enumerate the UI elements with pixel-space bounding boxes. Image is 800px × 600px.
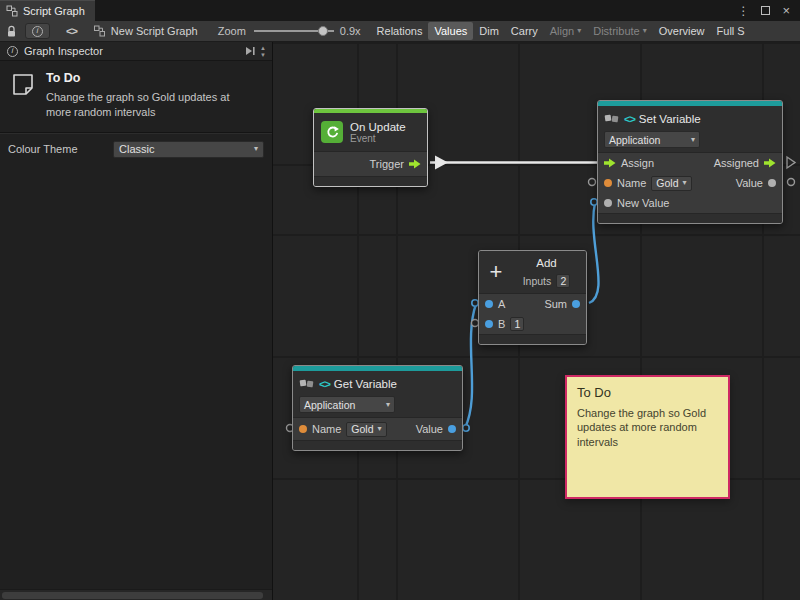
port-name-label: Name xyxy=(312,423,341,435)
variable-name-value: Gold xyxy=(351,423,373,435)
flow-connection-arrow xyxy=(435,156,448,170)
node-set-variable[interactable]: <> Set Variable Application ▾ Assign Ass… xyxy=(597,100,783,224)
port-set-value-edge[interactable] xyxy=(788,179,795,186)
graph-toolbar: i <> New Script Graph Zoom 0.9x Relation… xyxy=(0,21,800,42)
tab-title: Script Graph xyxy=(23,5,85,17)
node-get-variable[interactable]: <> Get Variable Application ▾ Name Gold … xyxy=(292,365,463,451)
dock-panel-icon[interactable] xyxy=(244,45,256,57)
graph-asset-icon xyxy=(93,25,106,37)
tab-script-graph[interactable]: Script Graph xyxy=(0,0,95,21)
inspector-toggle-button[interactable]: i xyxy=(25,23,50,39)
port-assigned-label: Assigned xyxy=(714,157,759,169)
distribute-button[interactable]: Distribute ▾ xyxy=(587,22,652,40)
graph-name[interactable]: New Script Graph xyxy=(93,25,198,37)
todo-title: To Do xyxy=(46,71,251,85)
close-icon[interactable]: × xyxy=(782,3,790,18)
zoom-slider[interactable] xyxy=(254,24,334,38)
graph-inspector-panel: i Graph Inspector ▲ ▼ To Do Change th xyxy=(0,42,273,600)
relations-button[interactable]: Relations xyxy=(371,22,429,40)
values-button[interactable]: Values xyxy=(428,22,473,40)
colour-theme-row: Colour Theme Classic ▾ xyxy=(0,133,272,166)
overview-button[interactable]: Overview xyxy=(653,22,711,40)
colour-theme-label: Colour Theme xyxy=(8,143,113,155)
sticky-note-title: To Do xyxy=(577,385,718,400)
colour-theme-dropdown[interactable]: Classic ▾ xyxy=(113,141,264,158)
variable-scope-dropdown[interactable]: Application ▾ xyxy=(604,131,700,148)
chevron-down-icon: ▾ xyxy=(254,145,258,153)
port-name-input[interactable] xyxy=(604,179,612,187)
node-title: Add xyxy=(536,255,556,271)
todo-text: Change the graph so Gold updates at more… xyxy=(46,90,251,120)
flow-in-icon[interactable] xyxy=(604,158,616,168)
port-get-value-edge[interactable] xyxy=(463,425,469,431)
inputs-count-field[interactable]: 2 xyxy=(556,274,570,288)
inspector-title: Graph Inspector xyxy=(24,45,103,57)
code-icon: <> xyxy=(319,378,330,390)
value-connection-gold-to-a[interactable] xyxy=(465,304,476,428)
port-sum-output[interactable] xyxy=(572,300,580,308)
flow-out-icon[interactable] xyxy=(409,159,421,169)
port-trigger-label: Trigger xyxy=(370,158,404,170)
chevron-down-icon: ▾ xyxy=(577,27,581,35)
node-title: On Update xyxy=(350,121,406,133)
dim-button[interactable]: Dim xyxy=(473,22,505,40)
zoom-slider-handle[interactable] xyxy=(318,26,328,36)
window-menu-icon[interactable]: ⋮ xyxy=(737,4,749,18)
sticky-note-text: Change the graph so Gold updates at more… xyxy=(577,406,718,449)
node-add[interactable]: + Add Inputs 2 A Sum xyxy=(478,250,587,345)
port-b-input[interactable] xyxy=(485,320,493,328)
node-title: Get Variable xyxy=(334,378,397,390)
colour-theme-value: Classic xyxy=(119,143,154,155)
scrollbar-thumb[interactable] xyxy=(2,592,263,599)
port-name-input[interactable] xyxy=(299,425,307,433)
port-value-output[interactable] xyxy=(768,179,776,187)
port-sum-label: Sum xyxy=(544,298,567,310)
chevron-down-icon: ▾ xyxy=(643,27,647,35)
maximize-icon[interactable] xyxy=(761,6,770,15)
node-footer xyxy=(598,213,782,223)
gold-variable-dropdown[interactable]: Gold ▾ xyxy=(346,422,386,437)
distribute-label: Distribute xyxy=(593,25,639,37)
port-set-name-edge[interactable] xyxy=(589,179,596,186)
graph-name-label: New Script Graph xyxy=(111,25,198,37)
sticky-note[interactable]: To Do Change the graph so Gold updates a… xyxy=(565,375,730,499)
todo-section: To Do Change the graph so Gold updates a… xyxy=(0,61,272,132)
fullscreen-button[interactable]: Full S xyxy=(711,22,751,40)
scroll-down-icon[interactable]: ▼ xyxy=(260,52,266,58)
inspector-horizontal-scrollbar[interactable] xyxy=(0,589,272,600)
chevron-down-icon: ▾ xyxy=(691,136,695,144)
port-set-assigned-edge[interactable] xyxy=(787,157,795,168)
toolbar-buttons: Relations Values Dim Carry Align ▾ Distr… xyxy=(371,22,751,40)
inputs-label: Inputs xyxy=(523,275,552,287)
node-footer xyxy=(479,334,586,344)
port-b-label: B xyxy=(498,318,505,330)
port-value-label: Value xyxy=(736,177,763,189)
add-icon: + xyxy=(485,261,507,283)
node-subtitle: Event xyxy=(350,133,406,144)
port-value-output[interactable] xyxy=(448,425,456,433)
chevron-down-icon: ▾ xyxy=(683,179,687,187)
info-icon: i xyxy=(7,46,18,57)
node-title: Set Variable xyxy=(639,113,701,125)
node-footer xyxy=(293,440,462,450)
inspector-header: i Graph Inspector ▲ ▼ xyxy=(0,42,272,61)
code-view-icon[interactable]: <> xyxy=(66,25,77,37)
flow-out-icon[interactable] xyxy=(764,158,776,168)
zoom-value: 0.9x xyxy=(340,25,361,37)
graph-canvas[interactable]: On Update Event Trigger xyxy=(273,42,800,600)
node-on-update[interactable]: On Update Event Trigger xyxy=(313,108,428,187)
port-name-label: Name xyxy=(617,177,646,189)
carry-button[interactable]: Carry xyxy=(505,22,544,40)
window-tab-bar: Script Graph ⋮ × xyxy=(0,0,800,21)
scroll-up-icon[interactable]: ▲ xyxy=(260,45,266,51)
port-a-input[interactable] xyxy=(485,300,493,308)
port-a-label: A xyxy=(498,298,505,310)
node-footer xyxy=(314,176,427,186)
lock-icon[interactable] xyxy=(6,25,17,38)
info-icon: i xyxy=(32,26,43,37)
b-value-field[interactable]: 1 xyxy=(510,317,524,331)
gold-variable-dropdown[interactable]: Gold ▾ xyxy=(651,176,691,191)
port-new-value-input[interactable] xyxy=(604,199,612,207)
variable-scope-dropdown[interactable]: Application ▾ xyxy=(299,396,395,413)
align-button[interactable]: Align ▾ xyxy=(544,22,587,40)
